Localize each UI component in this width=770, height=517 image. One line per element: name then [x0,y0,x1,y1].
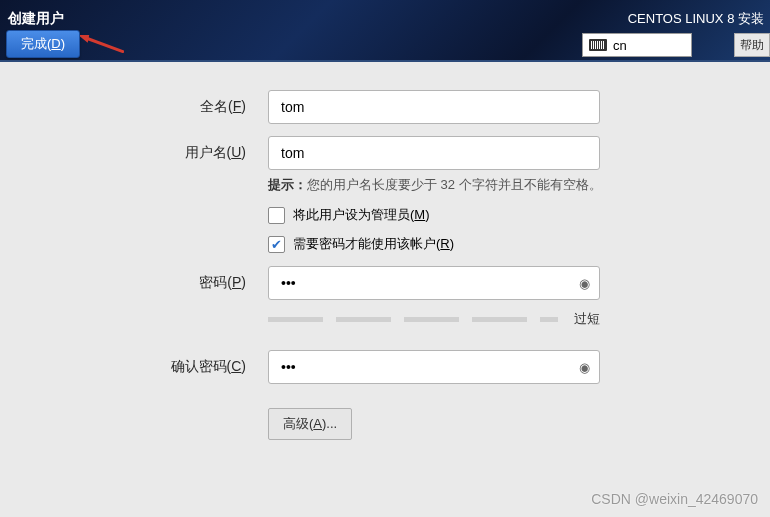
user-form: 全名(F) 用户名(U) 提示：您的用户名长度要少于 32 个字符并且不能有空格… [0,62,770,440]
eye-icon[interactable]: ◉ [579,360,590,375]
admin-checkbox-row[interactable]: 将此用户设为管理员(M) [268,206,630,224]
password-strength: 过短 [268,310,600,328]
done-button[interactable]: 完成(D) [6,30,80,58]
annotation-arrow [80,35,124,53]
password-label: 密码(P) [0,274,268,292]
header-bar: 创建用户 CENTOS LINUX 8 安装 完成(D) cn 帮助 [0,0,770,62]
confirm-password-input[interactable] [268,350,600,384]
strength-text: 过短 [574,310,600,328]
password-input[interactable] [268,266,600,300]
keyboard-layout-value: cn [613,38,627,53]
require-password-checkbox[interactable]: ✔ [268,236,285,253]
confirm-password-label: 确认密码(C) [0,358,268,376]
username-hint: 提示：您的用户名长度要少于 32 个字符并且不能有空格。 [268,176,630,194]
require-password-label: 需要密码才能使用该帐户(R) [293,235,454,253]
fullname-input[interactable] [268,90,600,124]
page-title: 创建用户 [8,10,64,28]
admin-checkbox-label: 将此用户设为管理员(M) [293,206,430,224]
fullname-label: 全名(F) [0,98,268,116]
admin-checkbox[interactable] [268,207,285,224]
help-button[interactable]: 帮助 [734,33,770,57]
username-label: 用户名(U) [0,144,268,162]
watermark: CSDN @weixin_42469070 [591,491,758,507]
eye-icon[interactable]: ◉ [579,276,590,291]
keyboard-layout-selector[interactable]: cn [582,33,692,57]
distro-label: CENTOS LINUX 8 安装 [628,10,764,28]
username-input[interactable] [268,136,600,170]
require-password-row[interactable]: ✔ 需要密码才能使用该帐户(R) [268,235,630,253]
advanced-button[interactable]: 高级(A)... [268,408,352,440]
svg-marker-1 [80,35,93,45]
strength-meter [268,317,558,322]
keyboard-icon [589,39,607,51]
svg-line-0 [86,38,124,52]
